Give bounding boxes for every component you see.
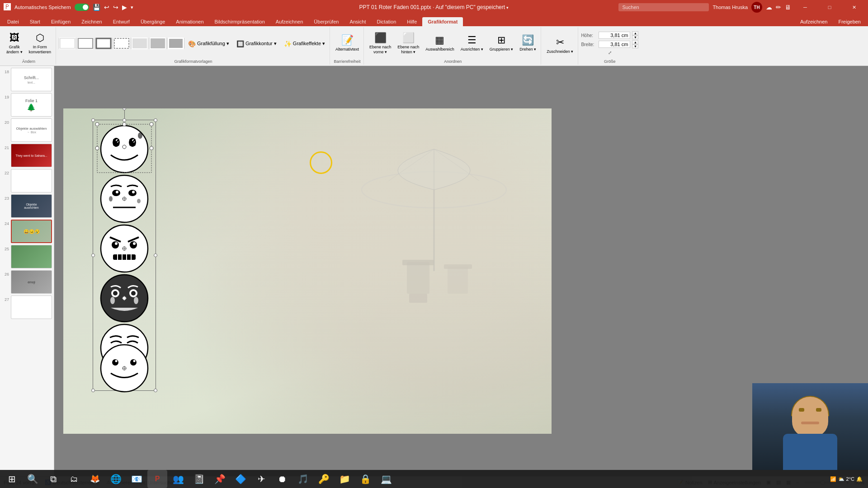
more-tools-icon[interactable]: ▾ — [131, 5, 133, 10]
tab-start[interactable]: Start — [24, 17, 46, 26]
canvas-area[interactable] — [54, 66, 868, 476]
slide-preview-18[interactable]: Schrift... text... — [11, 68, 52, 91]
ausrichten-button[interactable]: ☰ Ausrichten ▾ — [458, 33, 486, 53]
powerpoint-button[interactable]: P — [147, 470, 167, 488]
emoji-4[interactable] — [101, 275, 148, 322]
grafik-andern-button[interactable]: 🖼 Grafikändern ▾ — [4, 31, 25, 56]
slide-canvas[interactable] — [63, 108, 552, 434]
telegram-button[interactable]: ✈ — [251, 470, 271, 488]
slide-preview-21[interactable]: They went to Sahara... — [11, 144, 52, 167]
tab-zeichnen[interactable]: Zeichnen — [76, 17, 107, 26]
tab-uberprufen[interactable]: Überprüfen — [308, 17, 344, 26]
slide-preview-27[interactable] — [11, 296, 52, 319]
save-icon[interactable]: 💾 — [93, 4, 100, 11]
explorer-button[interactable]: 🗂 — [64, 470, 84, 488]
slide-thumb-26[interactable]: 26 emoji — [2, 270, 52, 294]
slide-thumb-23[interactable]: 23 Objekte ausrichten — [2, 194, 52, 218]
teams-button[interactable]: 👥 — [168, 470, 188, 488]
grafik-kontur-button[interactable]: 🔲 Grafikkontur ▾ — [234, 39, 279, 48]
drehen-button[interactable]: 🔄 Drehen ▾ — [517, 33, 539, 53]
slide-preview-24[interactable]: 😀😐😢 — [11, 220, 52, 243]
format-preset-7[interactable] — [167, 38, 184, 49]
ebene-vorne-button[interactable]: ⬛ Ebene nachvorne ▾ — [367, 31, 394, 56]
tab-grafikformat[interactable]: Grafikformat — [422, 17, 463, 26]
emoji-6[interactable] — [101, 345, 148, 392]
spotify-button[interactable]: 🎵 — [293, 470, 313, 488]
folder-button[interactable]: 📁 — [335, 470, 354, 488]
zuschneiden-button[interactable]: ✂ Zuschneiden ▾ — [544, 35, 576, 56]
tab-dictation[interactable]: Dictation — [371, 17, 401, 26]
slide-thumb-27[interactable]: 27 — [2, 296, 52, 319]
slide-preview-19[interactable]: Folie 1 🌲 — [11, 93, 52, 117]
tab-ubergange[interactable]: Übergänge — [135, 17, 170, 26]
outlook-button[interactable]: 📧 — [127, 470, 146, 488]
slide-thumb-21[interactable]: 21 They went to Sahara... — [2, 144, 52, 167]
emoji-3[interactable] — [101, 225, 148, 272]
hohe-up[interactable]: ▲ — [632, 31, 638, 35]
slide-preview-23[interactable]: Objekte ausrichten — [11, 194, 52, 218]
format-preset-6[interactable] — [149, 38, 166, 49]
screen-icon[interactable]: 🖥 — [785, 4, 791, 11]
auswahlbereich-button[interactable]: ▦ Auswahlbereich — [423, 33, 457, 53]
location-dropdown-icon[interactable]: ▾ — [506, 5, 509, 10]
format-preset-2[interactable] — [77, 38, 94, 49]
slide-thumb-25[interactable]: 25 — [2, 245, 52, 268]
minimize-button[interactable]: ─ — [795, 0, 816, 14]
slide-panel[interactable]: 18 Schrift... text... 19 Folie 1 🌲 20 — [0, 66, 54, 476]
tab-hilfe[interactable]: Hilfe — [401, 17, 422, 26]
app-icon-1[interactable]: 🔒 — [355, 470, 375, 488]
alternativtext-button[interactable]: 📝 Alternativtext — [333, 33, 362, 53]
notification-icon[interactable]: 🔔 — [856, 476, 863, 482]
slide-thumb-18[interactable]: 18 Schrift... text... — [2, 68, 52, 91]
tab-ansicht[interactable]: Ansicht — [344, 17, 371, 26]
cloud-icon[interactable]: ☁ — [766, 4, 772, 11]
emoji-2[interactable] — [101, 175, 148, 222]
undo-icon[interactable]: ↩ — [104, 4, 109, 11]
ebene-hinten-button[interactable]: ⬜ Ebene nachhinten ▾ — [395, 31, 422, 56]
tab-datei[interactable]: Datei — [2, 17, 24, 26]
hohe-input[interactable] — [599, 32, 630, 39]
format-preset-4[interactable] — [113, 38, 130, 49]
grafik-effekte-button[interactable]: ✨ Grafikeffekte ▾ — [281, 39, 328, 48]
autosave-toggle[interactable] — [75, 4, 89, 11]
pen-icon[interactable]: ✏ — [776, 4, 781, 11]
network-icon[interactable]: 📶 — [830, 476, 836, 482]
slide-thumb-20[interactable]: 20 Objekte auswählen → Box — [2, 118, 52, 142]
breite-spinner[interactable]: ▲ ▼ — [632, 40, 638, 48]
breite-input[interactable] — [599, 41, 630, 48]
recorder-button[interactable]: ⏺ — [272, 470, 292, 488]
chrome-button[interactable]: 🌐 — [106, 470, 126, 488]
hohe-spinner[interactable]: ▲ ▼ — [632, 31, 638, 39]
taskview-button[interactable]: ⧉ — [43, 470, 63, 488]
slide-preview-20[interactable]: Objekte auswählen → Box — [11, 118, 52, 142]
keepass-button[interactable]: 🔑 — [314, 470, 334, 488]
tab-einfugen[interactable]: Einfügen — [46, 17, 76, 26]
slide-preview-22[interactable] — [11, 169, 52, 192]
search-input[interactable] — [618, 3, 709, 11]
onenote-button[interactable]: 📓 — [189, 470, 209, 488]
slide-preview-25[interactable] — [11, 245, 52, 268]
format-preset-3[interactable] — [95, 38, 112, 49]
breite-down[interactable]: ▼ — [632, 44, 638, 48]
hohe-down[interactable]: ▼ — [632, 35, 638, 39]
firefox-button[interactable]: 🦊 — [85, 470, 105, 488]
grosse-expand-icon[interactable]: ⤢ — [608, 50, 612, 55]
maximize-button[interactable]: □ — [819, 0, 840, 14]
redo-icon[interactable]: ↪ — [113, 4, 118, 11]
breite-up[interactable]: ▲ — [632, 40, 638, 44]
gruppieren-button[interactable]: ⊞ Gruppieren ▾ — [487, 33, 516, 53]
tab-freigeben[interactable]: Freigeben — [833, 17, 866, 26]
slide-thumb-24[interactable]: 24 😀😐😢 — [2, 220, 52, 243]
grafik-fullung-button[interactable]: 🎨 Grafikfüllung ▾ — [185, 39, 232, 48]
close-button[interactable]: ✕ — [844, 0, 864, 14]
start-button[interactable]: ⊞ — [2, 470, 22, 488]
slide-thumb-19[interactable]: 19 Folie 1 🌲 — [2, 93, 52, 117]
in-form-button[interactable]: ⬡ In Formkonvertieren — [26, 31, 54, 56]
format-preset-1[interactable] — [59, 38, 76, 49]
app-icon-2[interactable]: 💻 — [376, 470, 396, 488]
tab-bildschirm[interactable]: Bildschirmpräsentation — [209, 17, 270, 26]
format-preset-5[interactable] — [131, 38, 148, 49]
tab-animationen[interactable]: Animationen — [170, 17, 209, 26]
search-button[interactable]: 🔍 — [23, 470, 42, 488]
tab-entwurf[interactable]: Entwurf — [108, 17, 135, 26]
